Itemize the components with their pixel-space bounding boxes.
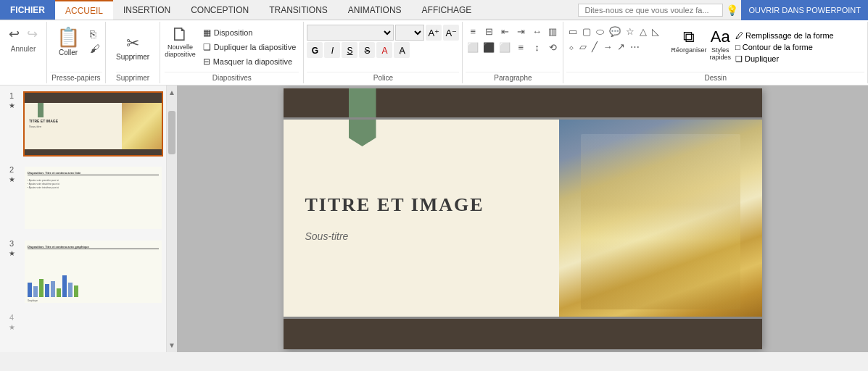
slide-number-3: 3 [9,239,14,248]
menu-bar: FICHIER ACCUEIL INSERTION CONCEPTION TRA… [0,0,868,20]
rounded-rect-shape[interactable]: ▢ [580,25,593,39]
speech-bubble-shape[interactable]: 💬 [607,25,623,39]
italic-button[interactable]: I [324,42,340,58]
slide-item-2[interactable]: 2 ★ Disposition: Titre et contenu avec l… [3,165,163,230]
remplissage-label: Remplissage de la forme [745,31,834,40]
triangle-shape[interactable]: △ [637,25,649,39]
slide-text-area: TITRE ET IMAGE Sous-titre [284,120,559,317]
menu-animations[interactable]: ANIMATIONS [338,0,412,20]
slide-item-3[interactable]: 3 ★ Disposition: Titre et contenu avec g… [3,239,163,304]
slide-item-1[interactable]: 1 ★ TITRE ET IMAGE Sous-titre [3,91,163,157]
text-direction-button[interactable]: ⟲ [545,41,560,55]
styles-label: Stylesrapides [709,46,731,61]
format-painter-button[interactable]: 🖌 [88,42,102,55]
nouvelle-diapositive-button[interactable]: 🗋 Nouvellediapositive [165,25,196,58]
masquer-label: Masquer la diapositive [213,57,292,66]
open-ppt-button[interactable]: OUVRIR DANS POWERPOINT [741,0,868,20]
slide-thumb-3[interactable]: Disposition: Titre et contenu avec graph… [23,239,163,304]
bullet-list-button[interactable]: ≡ [466,25,480,39]
supprimer-button[interactable]: ✂ Supprimer [112,33,154,62]
decrease-font-button[interactable]: A⁻ [443,25,459,41]
reorganiser-button[interactable]: ⧉ Réorganiser [671,28,706,54]
undo-redo-group: ↩ ↪ Annuler [0,22,47,83]
police-group: A⁺ A⁻ G I S S A A Police [304,22,463,83]
coller-button[interactable]: 📋 Coller [50,25,86,70]
slide-canvas-area[interactable]: TITRE ET IMAGE Sous-titre [177,86,868,352]
clipboard-group: 📋 Coller ⎘ 🖌 Presse-papiers [47,22,106,83]
redo-button[interactable]: ↪ [24,25,41,43]
star-icon-3: ★ [9,249,15,257]
bold-button[interactable]: G [307,42,323,58]
numbered-list-button[interactable]: ⊟ [481,25,496,39]
menu-accueil[interactable]: ACCUEIL [55,0,113,20]
justify-button[interactable]: ≡ [513,41,528,55]
slide-title: TITRE ET IMAGE [305,194,537,216]
masquer-diapo-button[interactable]: ⊟ Masquer la diapositive [200,55,299,68]
star-shape[interactable]: ☆ [624,25,637,39]
lightbulb-icon: 💡 [726,4,738,16]
styles-rapides-button[interactable]: Aa Stylesrapides [709,28,731,61]
diapositives-label: Diapositives [165,72,299,82]
increase-indent-button[interactable]: ⇥ [513,25,528,39]
arrow-shape[interactable]: → [600,40,614,54]
slide-thumb-4[interactable] [23,313,163,352]
decrease-indent-button[interactable]: ⇤ [497,25,512,39]
menu-transitions[interactable]: TRANSITIONS [259,0,338,20]
dupliquer-button[interactable]: ❑ Dupliquer [734,54,835,64]
align-center-button[interactable]: ⬛ [481,41,496,55]
disposition-button[interactable]: ▦ Disposition [200,26,299,39]
nouvelle-label: Nouvellediapositive [165,43,196,58]
right-triangle-shape[interactable]: ◺ [650,25,661,39]
paragraphe-group: ≡ ⊟ ⇤ ⇥ ↔ ▥ ⬜ ⬛ ⬜ ≡ ↕ ⟲ Paragraphe [463,22,563,83]
font-color-button[interactable]: A [376,42,392,58]
slide-thumb-1[interactable]: TITRE ET IMAGE Sous-titre [23,91,163,157]
rtl-button[interactable]: ↔ [529,25,544,39]
rect-shape[interactable]: ▭ [566,25,579,39]
menu-insertion[interactable]: INSERTION [113,0,181,20]
undo-button[interactable]: ↩ [6,25,22,43]
search-input[interactable] [578,4,723,17]
strikethrough-button[interactable]: S [359,42,375,58]
font-size-select[interactable] [395,25,424,41]
new-slide-icon: 🗋 [170,25,189,43]
dupliquer-diapo-label: Dupliquer la diapositive [214,43,297,51]
styles-icon: Aa [711,28,730,46]
scroll-track[interactable]: ▲ ▼ [167,86,177,352]
delete-icon: ✂ [126,34,139,53]
underline-button[interactable]: S [342,42,357,58]
contour-button[interactable]: □ Contour de la forme [734,42,835,52]
paste-icon: 📋 [57,26,80,49]
oval-shape[interactable]: ⬭ [594,25,606,39]
dessin-group: ▭ ▢ ⬭ 💬 ☆ △ ◺ ⬦ ▱ ╱ → ↗ ⋯ ⧉ [563,22,868,83]
align-right-button[interactable]: ⬜ [497,41,512,55]
text-shadow-button[interactable]: A [394,42,410,58]
more-shapes-button[interactable]: ⋯ [628,40,642,54]
curved-arrow-shape[interactable]: ↗ [615,40,627,54]
slide-item-4[interactable]: 4 ★ [3,313,163,352]
scroll-thumb[interactable] [168,111,175,154]
font-family-select[interactable] [307,25,394,41]
menu-conception[interactable]: CONCEPTION [181,0,259,20]
disposition-label: Disposition [214,28,253,37]
slide-canvas[interactable]: TITRE ET IMAGE Sous-titre [284,88,762,349]
align-left-button[interactable]: ⬜ [466,41,480,55]
slides-panel: 1 ★ TITRE ET IMAGE Sous-titre [0,86,167,352]
menu-fichier[interactable]: FICHIER [0,0,55,20]
parallelogram-shape[interactable]: ▱ [577,40,589,54]
line-shape[interactable]: ╱ [590,40,600,54]
police-label: Police [307,72,459,82]
diamond-shape[interactable]: ⬦ [566,40,576,54]
dupliquer-diapo-button[interactable]: ❑ Dupliquer la diapositive [200,41,299,54]
clipboard-label: Presse-papiers [50,72,102,82]
scroll-up-button[interactable]: ▲ [168,88,175,96]
menu-affichage[interactable]: AFFICHAGE [412,0,482,20]
copy-button[interactable]: ⎘ [88,28,102,41]
remplissage-button[interactable]: 🖊 Remplissage de la forme [734,30,835,41]
reorganiser-label: Réorganiser [671,46,706,54]
scroll-down-button[interactable]: ▼ [168,341,175,349]
slide-thumb-2[interactable]: Disposition: Titre et contenu avec liste… [23,165,163,230]
line-spacing-button[interactable]: ↕ [529,41,544,55]
paragraphe-label: Paragraphe [466,72,560,82]
increase-font-button[interactable]: A⁺ [426,25,442,41]
columns-button[interactable]: ▥ [545,25,560,39]
